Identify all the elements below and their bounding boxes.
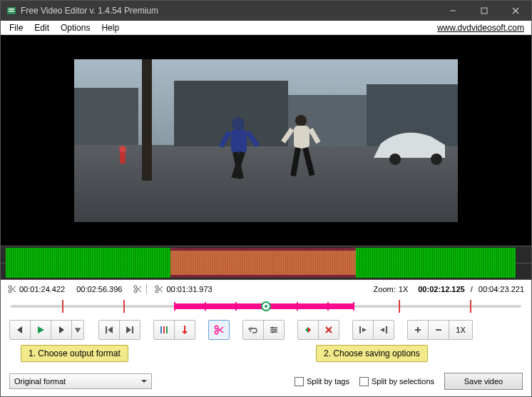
- menu-help[interactable]: Help: [96, 21, 125, 34]
- svg-marker-66: [308, 327, 311, 333]
- scissors-icon: [155, 285, 163, 293]
- output-format-combo[interactable]: Original format: [9, 373, 152, 389]
- zoom-value: 1X: [399, 285, 408, 293]
- hint-saving-options: 2. Choose saving options: [316, 345, 428, 362]
- zoom-out-button[interactable]: [428, 320, 449, 340]
- delete-selection-button[interactable]: [318, 320, 339, 340]
- output-format-value: Original format: [14, 377, 66, 386]
- maximize-button[interactable]: [469, 1, 500, 21]
- next-marker-button[interactable]: [119, 320, 140, 340]
- selection-start: 00:01:24.422: [19, 285, 65, 293]
- bottom-bar: Original format Split by tags Split by s…: [1, 372, 531, 391]
- zoom-in-button[interactable]: [407, 320, 429, 340]
- titlebar: Free Video Editor v. 1.4.54 Premium: [1, 1, 531, 21]
- svg-marker-42: [17, 326, 22, 333]
- toolbar: 1X: [1, 318, 531, 344]
- save-video-button[interactable]: Save video: [444, 373, 523, 390]
- svg-rect-25: [294, 126, 310, 149]
- svg-marker-48: [126, 326, 131, 333]
- svg-point-15: [119, 146, 126, 153]
- minimize-button[interactable]: [437, 1, 469, 21]
- total-time: 00:04:23.221: [479, 285, 524, 293]
- scissors-icon: [8, 285, 16, 293]
- svg-point-24: [295, 115, 307, 126]
- zoom-label: Zoom:: [374, 285, 396, 293]
- prev-marker-button[interactable]: [98, 320, 120, 340]
- scissors-icon: [133, 285, 142, 293]
- svg-marker-43: [38, 326, 44, 333]
- hint-output-format: 1. Choose output format: [21, 345, 128, 362]
- invert-selection-button[interactable]: [297, 320, 319, 340]
- split-by-selections-checkbox[interactable]: Split by selections: [359, 377, 434, 386]
- svg-point-16: [389, 154, 401, 165]
- svg-rect-4: [481, 8, 487, 14]
- svg-marker-71: [380, 328, 384, 332]
- menu-options[interactable]: Options: [55, 21, 96, 34]
- svg-rect-72: [386, 326, 387, 333]
- svg-rect-2: [9, 11, 14, 12]
- svg-marker-54: [182, 331, 188, 334]
- undo-button[interactable]: [242, 320, 264, 340]
- more-playback-button[interactable]: [71, 320, 84, 340]
- svg-rect-1: [9, 9, 14, 10]
- time-sep: /: [471, 285, 473, 293]
- selection-duration: 00:01:31.973: [166, 285, 212, 293]
- playhead[interactable]: [261, 301, 271, 311]
- close-button[interactable]: [500, 1, 531, 21]
- svg-rect-9: [74, 88, 138, 145]
- menu-file[interactable]: File: [4, 21, 29, 34]
- current-time: 00:02:12.125: [418, 285, 464, 293]
- timeline[interactable]: [11, 298, 521, 314]
- svg-point-18: [232, 117, 245, 130]
- website-link[interactable]: www.dvdvideosoft.com: [437, 23, 524, 33]
- selection-end: 00:02:56.396: [76, 285, 122, 293]
- svg-point-17: [431, 154, 442, 165]
- menu-edit[interactable]: Edit: [29, 21, 55, 34]
- svg-marker-70: [362, 328, 367, 332]
- menubar: File Edit Options Help www.dvdvideosoft.…: [1, 21, 531, 35]
- waveform[interactable]: [1, 246, 531, 280]
- svg-point-64: [272, 331, 275, 333]
- markers-button[interactable]: [153, 320, 175, 340]
- selection-info-row: 00:01:24.422 00:02:56.396 00:01:31.973 Z…: [1, 280, 531, 296]
- speed-button[interactable]: 1X: [449, 320, 473, 340]
- svg-rect-50: [160, 326, 162, 333]
- trim-start-button[interactable]: [352, 320, 374, 340]
- svg-marker-47: [108, 326, 113, 333]
- video-preview-area: [1, 35, 531, 246]
- svg-rect-46: [106, 326, 107, 333]
- svg-rect-69: [359, 326, 361, 333]
- svg-point-63: [275, 329, 277, 331]
- split-by-tags-checkbox[interactable]: Split by tags: [295, 377, 349, 386]
- svg-point-62: [272, 327, 274, 329]
- cut-button[interactable]: [208, 320, 230, 340]
- play-button[interactable]: [30, 320, 51, 340]
- svg-rect-13: [142, 59, 152, 181]
- step-back-button[interactable]: [9, 320, 31, 340]
- app-icon: [6, 6, 16, 16]
- window-title: Free Video Editor v. 1.4.54 Premium: [21, 6, 437, 16]
- svg-rect-51: [163, 326, 165, 333]
- svg-rect-19: [231, 129, 247, 154]
- svg-rect-52: [166, 326, 168, 333]
- settings-button[interactable]: [263, 320, 285, 340]
- svg-marker-44: [59, 326, 64, 333]
- trim-end-button[interactable]: [373, 320, 394, 340]
- set-marker-button[interactable]: [174, 320, 195, 340]
- svg-marker-45: [75, 328, 81, 333]
- video-frame[interactable]: [74, 59, 458, 222]
- svg-marker-65: [305, 327, 308, 333]
- svg-rect-49: [132, 326, 133, 333]
- step-forward-button[interactable]: [51, 320, 72, 340]
